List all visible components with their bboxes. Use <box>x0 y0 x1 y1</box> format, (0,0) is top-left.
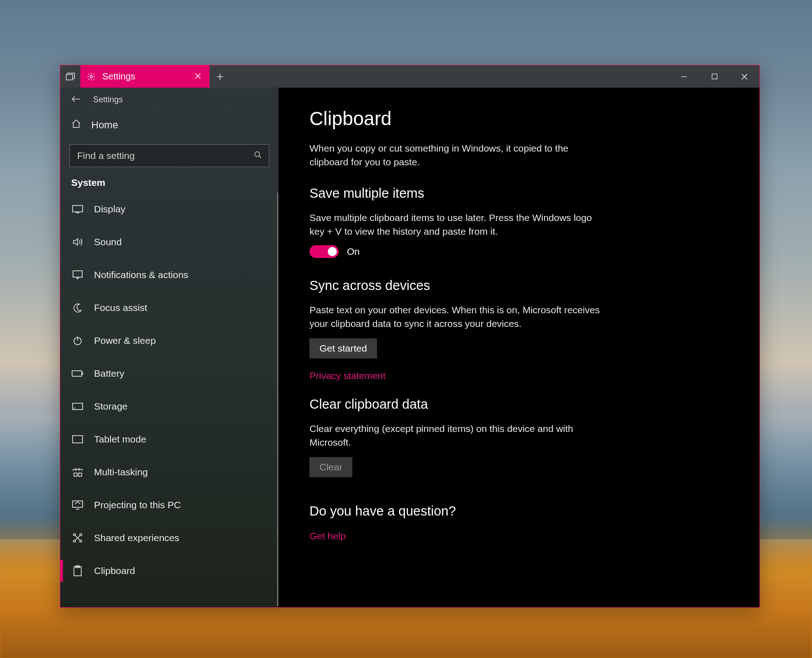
save-multiple-toggle[interactable] <box>309 245 339 258</box>
breadcrumb: Settings <box>60 88 278 111</box>
new-tab-button[interactable] <box>210 65 231 88</box>
titlebar: Settings <box>60 65 760 88</box>
svg-rect-4 <box>73 205 83 212</box>
sidebar-item-label: Display <box>94 204 126 215</box>
sidebar-item-label: Notifications & actions <box>94 269 189 280</box>
svg-point-15 <box>80 540 82 542</box>
save-desc: Save multiple clipboard items to use lat… <box>309 211 602 239</box>
sidebar-section-label: System <box>60 174 278 193</box>
search-icon <box>254 151 262 161</box>
battery-icon <box>71 370 84 377</box>
active-tab[interactable]: Settings <box>80 65 210 88</box>
svg-rect-10 <box>73 436 83 443</box>
sidebar-item-label: Power & sleep <box>94 335 156 346</box>
sidebar-item-power[interactable]: Power & sleep <box>60 324 278 357</box>
sidebar-item-label: Projecting to this PC <box>94 500 181 511</box>
sidebar: Settings Home System Display <box>60 88 278 607</box>
sync-heading: Sync across devices <box>309 278 760 293</box>
clipboard-icon <box>71 565 84 576</box>
sidebar-item-tablet[interactable]: Tablet mode <box>60 423 278 456</box>
toggle-state-label: On <box>347 246 360 257</box>
sidebar-item-label: Tablet mode <box>94 434 146 445</box>
sound-icon <box>71 237 84 247</box>
clear-heading: Clear clipboard data <box>309 397 760 412</box>
tab-close-button[interactable] <box>192 73 203 81</box>
sidebar-home-label: Home <box>91 119 118 131</box>
sidebar-item-sound[interactable]: Sound <box>60 226 278 258</box>
sidebar-item-label: Battery <box>94 368 125 379</box>
notifications-icon <box>71 270 84 279</box>
tab-label: Settings <box>102 71 186 82</box>
task-view-button[interactable] <box>60 65 80 88</box>
get-help-link[interactable]: Get help <box>309 531 346 542</box>
multitask-icon <box>71 468 84 477</box>
sidebar-item-display[interactable]: Display <box>60 193 278 226</box>
clear-button[interactable]: Clear <box>309 457 352 477</box>
sidebar-scrollbar[interactable] <box>277 193 278 606</box>
svg-point-1 <box>90 75 92 78</box>
sidebar-item-shared[interactable]: Shared experiences <box>60 521 278 554</box>
svg-point-3 <box>255 152 260 157</box>
maximize-icon <box>712 74 718 79</box>
projecting-icon <box>71 500 84 510</box>
clear-desc: Clear everything (except pinned items) o… <box>309 422 602 450</box>
shared-icon <box>71 533 84 543</box>
svg-rect-16 <box>74 567 81 576</box>
sidebar-item-label: Shared experiences <box>94 532 179 543</box>
svg-rect-0 <box>66 74 73 80</box>
svg-rect-5 <box>73 271 82 277</box>
sidebar-item-label: Storage <box>94 401 128 412</box>
search-container <box>69 144 269 167</box>
svg-point-12 <box>73 534 75 536</box>
window-close-button[interactable] <box>729 65 760 88</box>
sidebar-item-label: Clipboard <box>94 565 135 576</box>
plus-icon <box>216 73 224 80</box>
back-button[interactable] <box>71 95 80 105</box>
sidebar-home[interactable]: Home <box>60 111 278 139</box>
maximize-button[interactable] <box>699 65 729 88</box>
sidebar-item-label: Sound <box>94 237 122 247</box>
tablet-icon <box>71 435 84 443</box>
power-icon <box>71 336 84 345</box>
task-view-icon <box>66 73 75 81</box>
moon-icon <box>71 303 84 312</box>
sidebar-item-label: Multi-tasking <box>94 467 148 478</box>
sidebar-item-storage[interactable]: Storage <box>60 390 278 423</box>
privacy-statement-link[interactable]: Privacy statement <box>309 370 386 381</box>
page-title: Clipboard <box>309 108 760 130</box>
svg-rect-2 <box>712 74 717 79</box>
breadcrumb-label: Settings <box>93 95 123 105</box>
question-heading: Do you have a question? <box>309 504 760 519</box>
minimize-button[interactable] <box>669 65 699 88</box>
sync-desc: Paste text on your other devices. When t… <box>309 303 602 331</box>
close-icon <box>195 73 201 79</box>
svg-point-14 <box>73 540 75 542</box>
sidebar-item-battery[interactable]: Battery <box>60 357 278 390</box>
storage-icon <box>71 403 84 410</box>
page-intro: When you copy or cut something in Window… <box>309 142 602 169</box>
sidebar-item-clipboard[interactable]: Clipboard <box>60 554 278 587</box>
sidebar-item-multitask[interactable]: Multi-tasking <box>60 456 278 489</box>
sidebar-nav: Display Sound Notifications & actions Fo… <box>60 193 278 607</box>
svg-rect-7 <box>72 371 82 376</box>
search-input[interactable] <box>69 144 269 167</box>
minimize-icon <box>681 74 687 80</box>
save-heading: Save multiple items <box>309 186 760 201</box>
settings-window: Settings Settings <box>60 65 760 608</box>
close-icon <box>741 74 748 80</box>
back-arrow-icon <box>71 96 80 102</box>
svg-point-9 <box>74 408 75 409</box>
sidebar-item-projecting[interactable]: Projecting to this PC <box>60 489 278 521</box>
home-icon <box>71 119 81 132</box>
display-icon <box>71 205 84 213</box>
get-started-button[interactable]: Get started <box>309 338 377 358</box>
sidebar-item-focus-assist[interactable]: Focus assist <box>60 291 278 324</box>
svg-point-13 <box>80 534 82 536</box>
main-content: Clipboard When you copy or cut something… <box>278 88 760 607</box>
gear-icon <box>87 72 96 81</box>
sidebar-item-label: Focus assist <box>94 302 147 313</box>
sidebar-item-notifications[interactable]: Notifications & actions <box>60 258 278 291</box>
